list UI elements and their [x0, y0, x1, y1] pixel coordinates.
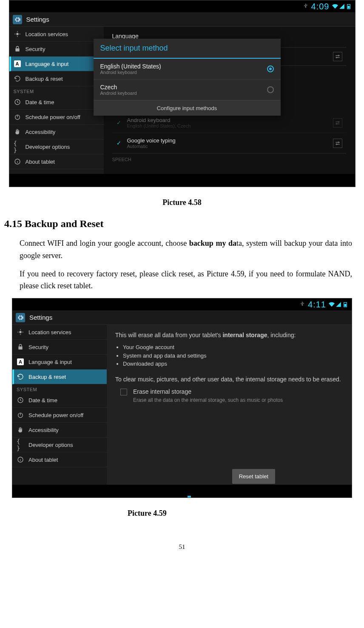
lock-icon — [17, 343, 24, 351]
usb-icon — [303, 3, 309, 10]
location-icon — [14, 30, 21, 38]
sidebar-item-accessibility[interactable]: Accessibility — [12, 423, 107, 438]
usb-icon — [299, 301, 305, 308]
akb-label: Android keyboard — [127, 117, 327, 123]
reset-bullets: Your Google account System and app data … — [115, 343, 343, 368]
svg-rect-16 — [18, 347, 22, 350]
signal-icons — [332, 3, 352, 9]
settings-sidebar: Location services Security A Language & … — [9, 27, 104, 187]
reset-intro: This will erase all data from your table… — [115, 331, 343, 340]
speech-header: SPEECH — [112, 153, 347, 164]
sidebar-item-backup[interactable]: Backup & reset — [9, 71, 104, 86]
sidebar-item-security[interactable]: Security — [12, 340, 107, 355]
sidebar-item-security[interactable]: Security — [9, 42, 104, 57]
info-icon — [14, 158, 21, 165]
akb-sub: English (United States), Czech — [127, 123, 327, 128]
paragraph-2: If you need to recovery factory reset, p… — [20, 268, 352, 293]
sidebar-label: Accessibility — [26, 129, 56, 135]
title-text: Settings — [29, 314, 52, 321]
braces-icon: { } — [14, 143, 21, 151]
paragraph-1: Connect WIFI and login your google accou… — [20, 237, 352, 262]
option-sub: Android keyboard — [100, 70, 267, 75]
sliders-icon[interactable] — [333, 118, 342, 128]
sidebar-label: Backup & reset — [28, 374, 66, 380]
clock-icon — [17, 396, 24, 404]
android-keyboard-row[interactable]: ✓ Android keyboard English (United State… — [112, 113, 347, 133]
sidebar-item-datetime[interactable]: Date & time — [9, 95, 104, 110]
sidebar-item-developer[interactable]: { } Developer options — [9, 139, 104, 154]
sidebar-header-system: SYSTEM — [9, 86, 104, 95]
sidebar-item-language[interactable]: A Language & input — [12, 355, 107, 369]
sidebar-label: Accessibility — [28, 427, 59, 433]
figure-caption-2: Picture 4.59 — [128, 509, 360, 518]
sidebar-label: Language & input — [26, 61, 69, 67]
bullet-1: Your Google account — [123, 343, 343, 352]
sidebar-label: Date & time — [26, 99, 54, 105]
screenshot-backup-reset: 4:11 Settings Location services Security… — [12, 298, 352, 498]
sidebar-item-location[interactable]: Location services — [9, 27, 104, 42]
sliders-icon[interactable] — [333, 139, 342, 148]
sidebar-item-language[interactable]: A Language & input — [9, 57, 104, 71]
svg-point-10 — [336, 123, 337, 124]
braces-icon: { } — [17, 441, 24, 449]
location-icon — [17, 328, 24, 336]
sidebar-label: Security — [26, 46, 46, 52]
figure-caption: Picture 4.58 — [4, 198, 360, 207]
title-bar: Settings — [12, 310, 352, 325]
check-icon: ✓ — [117, 140, 121, 146]
status-bar: 4:11 — [12, 298, 352, 310]
erase-storage-row[interactable]: Erase internal storage Erase all the dat… — [115, 384, 343, 407]
sidebar-item-developer[interactable]: { } Developer options — [12, 438, 107, 452]
svg-point-8 — [336, 57, 337, 58]
language-icon: A — [14, 60, 21, 68]
option-label: English (United States) — [100, 63, 267, 70]
input-option-czech[interactable]: Czech Android keyboard — [94, 80, 281, 100]
sidebar-item-accessibility[interactable]: Accessibility — [9, 125, 104, 139]
sidebar-item-schedule[interactable]: Schedule power on/off — [12, 408, 107, 423]
hand-icon — [17, 426, 24, 434]
radio-selected[interactable] — [267, 65, 274, 72]
option-sub: Android keyboard — [100, 91, 267, 96]
title-text: Settings — [26, 16, 49, 23]
checkbox-unchecked[interactable] — [120, 389, 127, 395]
sidebar-label: Date & time — [28, 397, 57, 404]
settings-icon — [16, 313, 25, 322]
option-label: Czech — [100, 84, 267, 91]
reset-content: This will erase all data from your table… — [107, 325, 352, 497]
google-voice-row[interactable]: ✓ Google voice typing Automatic — [112, 133, 347, 153]
svg-point-9 — [338, 121, 339, 122]
erase-sub: Erase all the data on the internal stora… — [133, 396, 283, 404]
svg-point-2 — [16, 33, 18, 35]
clear-text: To clear music, pictures, and other user… — [115, 375, 343, 384]
gvt-label: Google voice typing — [127, 137, 327, 144]
nav-bar — [12, 485, 352, 497]
lock-icon — [14, 45, 21, 53]
dialog-title: Select input method — [94, 39, 281, 59]
sidebar-label: Schedule power on/off — [28, 412, 83, 418]
sidebar-item-about[interactable]: About tablet — [9, 154, 104, 169]
radio-unselected[interactable] — [267, 86, 274, 93]
sidebar-item-location[interactable]: Location services — [12, 325, 107, 340]
sidebar-item-about[interactable]: About tablet — [12, 452, 107, 467]
power-icon — [17, 411, 24, 419]
configure-input-button[interactable]: Configure input methods — [94, 100, 281, 116]
input-option-english[interactable]: English (United States) Android keyboard — [94, 59, 281, 80]
sidebar-label: Security — [28, 344, 48, 350]
settings-sidebar: Location services Security A Language & … — [12, 325, 107, 497]
sidebar-label: Developer options — [28, 442, 73, 448]
svg-rect-1 — [347, 6, 350, 9]
sliders-icon[interactable] — [333, 52, 342, 61]
info-icon — [17, 456, 24, 463]
sidebar-label: Location services — [28, 329, 71, 335]
sidebar-label: About tablet — [28, 457, 58, 463]
sidebar-item-backup[interactable]: Backup & reset — [12, 369, 107, 384]
settings-icon — [13, 15, 22, 24]
clock: 4:11 — [308, 300, 326, 310]
sidebar-item-datetime[interactable]: Date & time — [12, 393, 107, 408]
section-heading: 4.15 Backup and Reset — [4, 218, 360, 230]
reset-tablet-button[interactable]: Reset tablet — [232, 469, 275, 484]
sidebar-label: Developer options — [26, 144, 70, 150]
sidebar-item-schedule[interactable]: Schedule power on/off — [9, 110, 104, 125]
backup-icon — [17, 373, 24, 381]
svg-point-15 — [19, 331, 21, 333]
